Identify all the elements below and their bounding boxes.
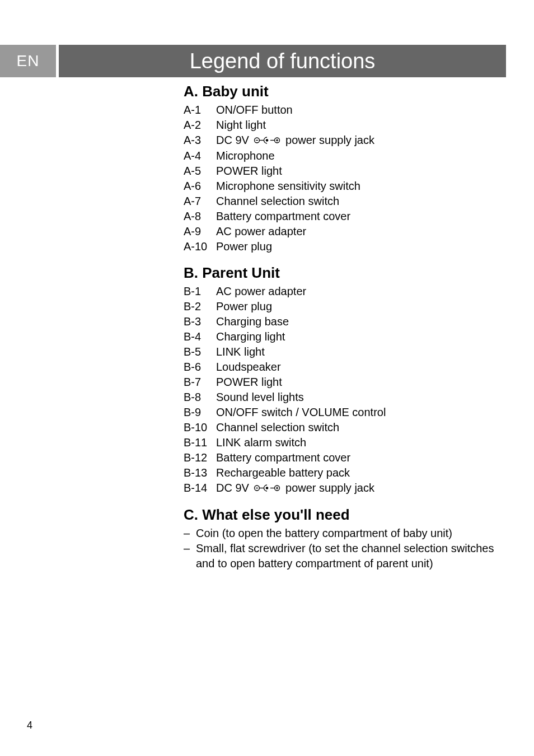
legend-item-desc: Microphone <box>216 148 506 164</box>
svg-point-13 <box>266 487 269 490</box>
legend-item-desc: ON/OFF button <box>216 102 506 118</box>
legend-item-id: B-7 <box>184 375 216 390</box>
legend-item-id: B-14 <box>184 480 216 496</box>
legend-item: B-11LINK alarm switch <box>184 435 506 450</box>
legend-item: A-4Microphone <box>184 148 506 164</box>
legend-item-id: A-4 <box>184 148 216 164</box>
legend-item-id: B-2 <box>184 299 216 314</box>
legend-item-desc: AC power adapter <box>216 284 506 299</box>
legend-item-desc: Channel selection switch <box>216 420 506 435</box>
legend-item-desc: POWER light <box>216 375 506 390</box>
legend-item: B-1AC power adapter <box>184 284 506 299</box>
legend-item-desc: Channel selection switch <box>216 194 506 209</box>
legend-item-suffix: power supply jack <box>282 482 374 494</box>
legend-item-desc: DC 9V power supply jack <box>216 133 506 148</box>
legend-item-id: B-3 <box>184 314 216 329</box>
legend-item-desc: AC power adapter <box>216 224 506 239</box>
bullet-text: Small, flat screwdriver (to set the chan… <box>196 541 506 571</box>
legend-item-id: B-13 <box>184 465 216 480</box>
legend-item-desc: Microphone sensitivity switch <box>216 179 506 194</box>
legend-item-desc: Battery compartment cover <box>216 209 506 224</box>
bullet-text: Coin (to open the battery compartment of… <box>196 526 506 541</box>
bullet-mark: – <box>184 541 196 571</box>
legend-item-id: A-2 <box>184 118 216 133</box>
legend-item-id: A-5 <box>184 164 216 179</box>
legend-item: B-14DC 9V power supply jack <box>184 480 506 496</box>
legend-item: A-6Microphone sensitivity switch <box>184 179 506 194</box>
legend-item-suffix: power supply jack <box>282 134 374 146</box>
bullet-item: –Coin (to open the battery compartment o… <box>184 526 506 541</box>
legend-item: A-9AC power adapter <box>184 224 506 239</box>
bullet-item: –Small, flat screwdriver (to set the cha… <box>184 541 506 571</box>
legend-item-desc: Charging light <box>216 329 506 344</box>
legend-item-id: B-9 <box>184 405 216 420</box>
legend-item: A-7Channel selection switch <box>184 194 506 209</box>
legend-item-id: A-1 <box>184 102 216 118</box>
legend-item-desc: POWER light <box>216 164 506 179</box>
legend-item: B-13Rechargeable battery pack <box>184 465 506 480</box>
legend-item-id: B-4 <box>184 329 216 344</box>
legend-item: B-9ON/OFF switch / VOLUME control <box>184 405 506 420</box>
legend-item-id: B-11 <box>184 435 216 450</box>
legend-item: B-2Power plug <box>184 299 506 314</box>
legend-item: A-3DC 9V power supply jack <box>184 133 506 148</box>
legend-item-desc: ON/OFF switch / VOLUME control <box>216 405 506 420</box>
legend-item-id: A-8 <box>184 209 216 224</box>
legend-item-id: B-6 <box>184 360 216 375</box>
language-tab: EN <box>0 45 56 77</box>
legend-item-prefix: DC 9V <box>216 134 252 146</box>
legend-item-desc: LINK alarm switch <box>216 435 506 450</box>
legend-item: B-10Channel selection switch <box>184 420 506 435</box>
legend-item: B-4Charging light <box>184 329 506 344</box>
legend-item-desc: Power plug <box>216 239 506 254</box>
svg-point-4 <box>266 139 269 142</box>
legend-item-id: A-9 <box>184 224 216 239</box>
legend-item: B-8Sound level lights <box>184 390 506 405</box>
legend-item-desc: LINK light <box>216 344 506 360</box>
legend-item-id: B-8 <box>184 390 216 405</box>
legend-item: A-1ON/OFF button <box>184 102 506 118</box>
section-heading: A. Baby unit <box>184 83 506 100</box>
legend-item-desc: Sound level lights <box>216 390 506 405</box>
dc-polarity-icon <box>253 133 281 148</box>
page-title: Legend of functions <box>59 45 506 77</box>
legend-item: B-6Loudspeaker <box>184 360 506 375</box>
content-area: A. Baby unitA-1ON/OFF buttonA-2Night lig… <box>184 80 506 571</box>
legend-item: A-2Night light <box>184 118 506 133</box>
legend-item-desc: Night light <box>216 118 506 133</box>
section-heading: C. What else you'll need <box>184 506 506 524</box>
legend-item: B-7POWER light <box>184 375 506 390</box>
legend-item: B-5LINK light <box>184 344 506 360</box>
legend-item-id: B-5 <box>184 344 216 360</box>
legend-item-desc: Rechargeable battery pack <box>216 465 506 480</box>
legend-item-desc: DC 9V power supply jack <box>216 480 506 496</box>
legend-item: A-5POWER light <box>184 164 506 179</box>
legend-item-desc: Battery compartment cover <box>216 450 506 465</box>
bullet-mark: – <box>184 526 196 541</box>
legend-item-prefix: DC 9V <box>216 482 252 494</box>
legend-item-id: A-6 <box>184 179 216 194</box>
legend-item: B-12Battery compartment cover <box>184 450 506 465</box>
legend-item-id: B-12 <box>184 450 216 465</box>
legend-item-id: A-7 <box>184 194 216 209</box>
dc-polarity-icon <box>253 481 281 496</box>
legend-item-desc: Charging base <box>216 314 506 329</box>
legend-item: B-3Charging base <box>184 314 506 329</box>
section-heading: B. Parent Unit <box>184 264 506 282</box>
legend-item: A-10Power plug <box>184 239 506 254</box>
legend-item-id: A-3 <box>184 133 216 148</box>
legend-item-id: B-10 <box>184 420 216 435</box>
legend-item: A-8Battery compartment cover <box>184 209 506 224</box>
legend-item-desc: Power plug <box>216 299 506 314</box>
page-number: 4 <box>27 720 32 731</box>
legend-item-id: A-10 <box>184 239 216 254</box>
legend-item-desc: Loudspeaker <box>216 360 506 375</box>
legend-item-id: B-1 <box>184 284 216 299</box>
